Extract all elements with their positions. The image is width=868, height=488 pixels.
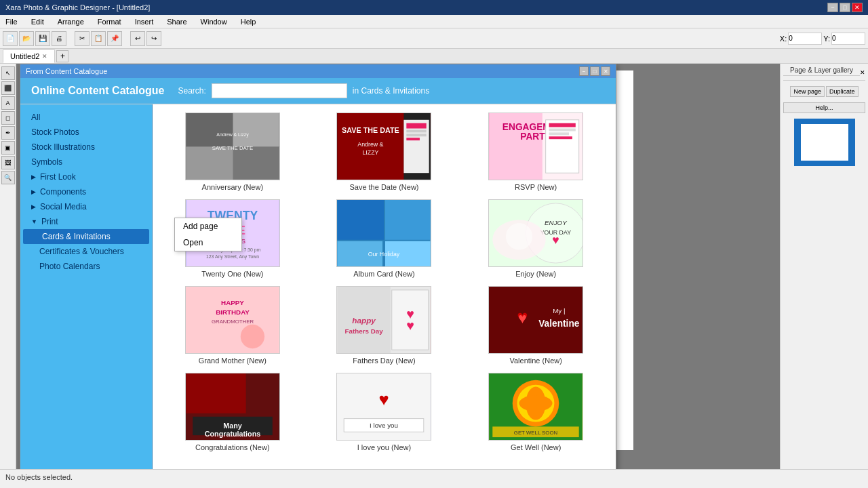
svg-point-44 (506, 223, 532, 249)
search-context: in Cards & Invitations (353, 86, 429, 96)
toolbar-cut[interactable]: ✂ (75, 31, 90, 46)
svg-point-50 (241, 325, 264, 348)
app-maximize-btn[interactable]: □ (840, 3, 850, 12)
sidebar-item-first-look[interactable]: ▶ First Look (20, 169, 152, 184)
svg-rect-1 (186, 113, 233, 146)
card-fathers-day-label: Fathers Day (New) (353, 357, 415, 365)
rsvp-svg: ENGAGEMENT PARTY (489, 113, 583, 180)
svg-text:HAPPY: HAPPY (221, 299, 244, 306)
search-area: Search: in Cards & Invitations (178, 83, 429, 98)
sidebar-item-photo-calendars[interactable]: Photo Calendars (20, 259, 152, 274)
status-bar: No objects selected. (0, 469, 868, 484)
context-open[interactable]: Open (175, 235, 241, 251)
dialog-minimize-btn[interactable]: − (579, 66, 589, 76)
svg-text:SAVE THE DATE: SAVE THE DATE (212, 145, 253, 151)
card-i-love-you-label: I love you (New) (357, 443, 411, 451)
app-minimize-btn[interactable]: − (827, 3, 838, 12)
svg-rect-15 (407, 134, 427, 136)
new-page-btn[interactable]: New page (790, 86, 825, 97)
svg-text:Valentine: Valentine (538, 319, 580, 329)
toolbar-paste[interactable]: 📌 (107, 31, 122, 46)
card-enjoy[interactable]: ENJOY YOUR DAY ♥ Enjoy (New) (464, 199, 608, 278)
main-area: ↖ ⬛ A ◻ ✒ ▣ 🖼 🔍 From Content Catalogue −… (0, 64, 868, 469)
menu-window[interactable]: Window (198, 16, 230, 27)
card-album[interactable]: Our Holiday Album Card (New) (313, 199, 456, 278)
card-album-label: Album Card (New) (353, 270, 414, 278)
svg-rect-3 (186, 147, 233, 180)
tool-fill[interactable]: ▣ (1, 141, 15, 155)
toolbar-new[interactable]: 📄 (3, 31, 18, 46)
tool-pen[interactable]: ✒ (1, 126, 15, 140)
svg-text:LIZZY: LIZZY (363, 149, 379, 156)
card-valentine[interactable]: ♥ ♥ Valentine My | Valentine (New) (464, 286, 608, 365)
sidebar-item-print[interactable]: ▼ Print (20, 214, 152, 229)
sidebar-item-components[interactable]: ▶ Components (20, 184, 152, 199)
sidebar-item-social-media[interactable]: ▶ Social Media (20, 199, 152, 214)
card-anniversary[interactable]: SAVE THE DATE Andrew & Lizzy Add page Op… (161, 113, 304, 191)
sidebar-item-stock-photos[interactable]: Stock Photos (20, 125, 152, 140)
svg-text:Andrew &: Andrew & (358, 141, 384, 148)
card-rsvp-thumb: ENGAGEMENT PARTY (488, 113, 583, 180)
menu-bar: File Edit Arrange Format Insert Share Wi… (0, 15, 868, 28)
iloveyou-svg: ♥ I love you (337, 373, 431, 440)
card-get-well[interactable]: GET WELL SOON Get Well (New) (464, 373, 608, 451)
svg-text:Many: Many (223, 422, 242, 430)
tool-photo[interactable]: 🖼 (1, 156, 15, 169)
svg-rect-2 (233, 113, 279, 146)
card-enjoy-thumb: ENJOY YOUR DAY ♥ (488, 199, 583, 267)
svg-rect-25 (549, 136, 572, 139)
toolbar-print[interactable]: 🖨 (52, 31, 66, 46)
card-congratulations[interactable]: Many Congratulations Congratulations (Ne… (161, 373, 304, 451)
card-fathers-day[interactable]: happy Fathers Day ♥ ♥ Fathers Day (New) (313, 286, 456, 365)
menu-file[interactable]: File (3, 16, 20, 27)
tab-close-icon[interactable]: ✕ (42, 53, 47, 60)
duplicate-btn[interactable]: Duplicate (826, 86, 859, 97)
sidebar-item-cards-invitations[interactable]: Cards & Invitations (23, 229, 149, 244)
menu-insert[interactable]: Insert (132, 16, 157, 27)
print-chevron: ▼ (31, 218, 37, 225)
app-close-btn[interactable]: ✕ (852, 3, 863, 12)
menu-share[interactable]: Share (164, 16, 189, 27)
card-save-date[interactable]: SAVE THE DATE Andrew & LIZZY (313, 113, 456, 191)
toolbar-redo[interactable]: ↪ (146, 31, 161, 46)
help-btn[interactable]: Help... (783, 102, 865, 113)
menu-arrange[interactable]: Arrange (55, 16, 87, 27)
menu-edit[interactable]: Edit (28, 16, 47, 27)
toolbar: 📄 📂 💾 🖨 ✂ 📋 📌 ↩ ↪ X: Y: (0, 28, 868, 49)
card-grand-mother[interactable]: HAPPY BIRTHDAY GRANDMOTHER Grand Mother … (161, 286, 304, 365)
toolbar-copy[interactable]: 📋 (91, 31, 106, 46)
tab-untitled2[interactable]: Untitled2 ✕ (3, 49, 55, 63)
content-catalogue-dialog[interactable]: From Content Catalogue − □ ✕ Online Cont… (20, 64, 616, 469)
sidebar-item-certificates[interactable]: Certificates & Vouchers (20, 244, 152, 259)
coord-y-input[interactable] (831, 33, 865, 45)
left-tools-panel: ↖ ⬛ A ◻ ✒ ▣ 🖼 🔍 (0, 64, 16, 469)
search-input[interactable] (212, 83, 347, 98)
tool-node[interactable]: ⬛ (1, 81, 15, 95)
tool-zoom[interactable]: 🔍 (1, 171, 15, 184)
tool-text[interactable]: A (1, 96, 15, 110)
toolbar-open[interactable]: 📂 (19, 31, 34, 46)
svg-rect-13 (407, 123, 427, 129)
menu-help[interactable]: Help (238, 16, 259, 27)
card-congratulations-label: Congratulations (New) (195, 443, 269, 451)
tool-shape[interactable]: ◻ (1, 111, 15, 125)
card-save-date-thumb: SAVE THE DATE Andrew & LIZZY (336, 113, 431, 180)
right-panel-close[interactable]: ✕ (860, 69, 865, 76)
enjoy-svg: ENJOY YOUR DAY ♥ (489, 200, 583, 266)
context-add-page[interactable]: Add page (175, 218, 241, 235)
card-i-love-you[interactable]: ♥ I love you I love you (New) (313, 373, 456, 451)
dialog-maximize-btn[interactable]: □ (590, 66, 599, 76)
dialog-close-btn[interactable]: ✕ (601, 66, 610, 76)
sidebar-item-symbols[interactable]: Symbols (20, 155, 152, 169)
right-panel: Page & Layer gallery ✕ New page Duplicat… (780, 64, 868, 469)
toolbar-save[interactable]: 💾 (35, 31, 50, 46)
sidebar-item-all[interactable]: All (20, 110, 152, 125)
menu-format[interactable]: Format (95, 16, 124, 27)
coord-x-input[interactable] (788, 33, 822, 45)
sidebar-item-stock-illustrations[interactable]: Stock Illustrations (20, 140, 152, 155)
new-tab-btn[interactable]: + (56, 50, 68, 62)
card-rsvp[interactable]: ENGAGEMENT PARTY RSVP ( (464, 113, 608, 191)
toolbar-undo[interactable]: ↩ (130, 31, 145, 46)
tool-select[interactable]: ↖ (1, 66, 15, 80)
sidebar-item-photo-calendars-label: Photo Calendars (39, 262, 100, 271)
